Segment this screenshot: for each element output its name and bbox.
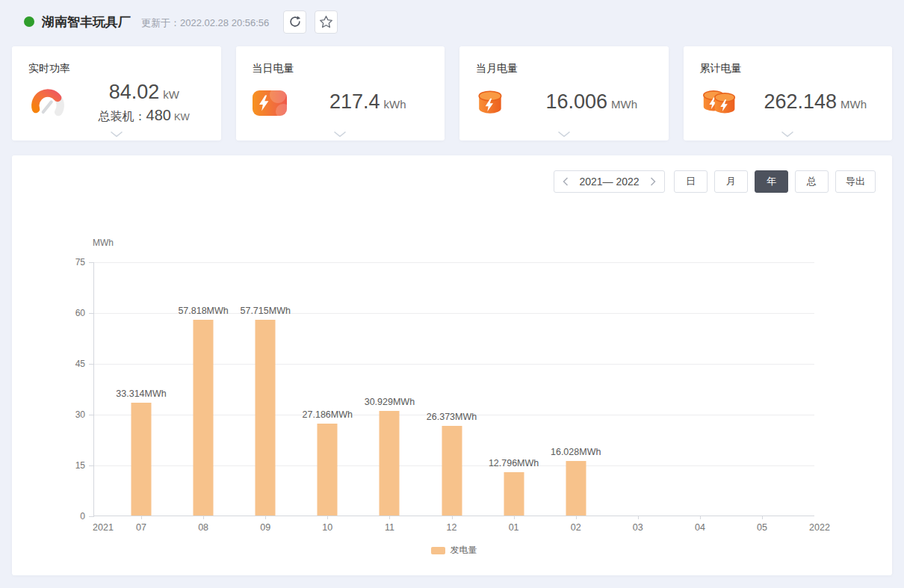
bar-value-label: 57.818MWh [178,306,228,316]
x-tick-label: 07 [136,522,146,533]
status-dot [24,16,34,27]
gauge-icon [27,85,69,121]
chart-toolbar: 2021— 2022 日月年总导出 [554,170,876,193]
tab-total[interactable]: 总 [795,170,829,193]
card-expand-button[interactable] [105,129,128,139]
stat-value: 262.148 [764,90,837,113]
stat-unit: kW [163,88,179,101]
next-range-button[interactable] [650,177,656,186]
legend-marker [431,547,445,554]
x-tick-mark [141,516,142,519]
stat-card-body: 262.148MWh [699,82,884,124]
favorite-button[interactable] [315,10,338,34]
stat-card: 当月电量16.006MWh [459,46,669,140]
y-tick-mark [89,313,94,314]
bar-value-label: 12.796MWh [489,458,539,468]
stat-unit: MWh [611,98,637,111]
x-tick-label: 12 [447,522,457,533]
bolt-pill-icon [251,88,288,118]
chevron-down-icon [333,131,347,137]
installed-capacity-value: 480 [146,107,171,123]
chevron-down-icon [110,131,123,137]
legend[interactable]: 发电量 [93,544,814,557]
bar-chart-plot-area: MWh 015304560752021070809101112010203040… [93,262,814,516]
x-tick-mark [265,516,266,519]
chart-card: 2021— 2022 日月年总导出 MWh 015304560752021070… [12,155,892,575]
date-range-picker[interactable]: 2021— 2022 [554,170,665,193]
stat-value-area: 84.02kW总装机：480KW [76,81,212,126]
stat-value: 217.4 [329,90,380,113]
x-tick-mark [762,516,763,519]
card-expand-button[interactable] [776,129,799,139]
x-tick-label: 04 [695,522,705,533]
x-tick-label: 2021 [93,522,114,533]
stat-value-area: 217.4kWh [300,90,436,116]
tab-month[interactable]: 月 [714,170,748,193]
bar-value-label: 16.028MWh [551,447,601,457]
refresh-button[interactable] [283,10,306,34]
legend-label: 发电量 [451,544,477,557]
x-tick-mark [638,516,639,519]
y-tick-mark [89,364,94,365]
bar[interactable] [566,461,586,516]
bar[interactable] [131,403,152,516]
tab-year[interactable]: 年 [755,170,788,193]
stat-cards-row: 实时功率84.02kW总装机：480KW当日电量217.4kWh当月电量16.0… [12,46,892,140]
installed-capacity-label: 总装机： [99,110,146,123]
y-tick-label: 45 [54,359,85,369]
x-tick-mark [389,516,390,519]
header: 湖南智丰玩具厂 更新于：2022.02.28 20:56:56 [12,9,338,34]
battery-icon [474,88,507,118]
stat-value-area: 262.148MWh [748,90,884,116]
gridline [94,262,814,263]
bar[interactable] [380,411,400,516]
bar-value-label: 26.373MWh [427,412,477,422]
x-tick-label: 05 [757,522,767,533]
stat-value: 16.006 [545,90,607,113]
stat-value: 84.02 [109,81,160,103]
x-tick-mark [203,516,204,519]
x-tick-label: 08 [198,522,208,533]
stat-card-title: 累计电量 [700,62,742,75]
installed-capacity: 总装机：480KW [76,106,212,126]
x-tick-label: 2022 [809,522,830,533]
chevron-down-icon [557,131,571,137]
stat-icon-wrap [251,88,300,118]
y-tick-mark [89,415,94,415]
stat-icon-wrap [474,88,524,118]
stat-card-body: 84.02kW总装机：480KW [27,82,212,124]
y-tick-mark [89,516,94,517]
bar[interactable] [318,424,338,516]
prev-range-button[interactable] [563,177,569,186]
y-tick-label: 30 [54,409,85,420]
bar[interactable] [442,426,462,516]
x-tick-mark [576,516,577,519]
x-tick-label: 10 [322,522,332,533]
y-tick-mark [89,262,94,263]
bar[interactable] [194,320,214,516]
page-title: 湖南智丰玩具厂 [42,13,131,31]
stat-card: 实时功率84.02kW总装机：480KW [12,46,221,140]
stat-card: 当日电量217.4kWh [236,46,445,140]
tab-day[interactable]: 日 [674,170,708,193]
stat-icon-wrap [27,85,76,121]
x-tick-label: 11 [385,522,394,533]
x-tick-label: 09 [260,522,270,533]
y-axis-label: MWh [93,238,114,248]
y-tick-mark [89,465,94,466]
x-tick-mark [700,516,701,519]
stat-card-title: 当日电量 [253,62,294,75]
y-tick-label: 0 [54,511,85,522]
export-button[interactable]: 导出 [835,170,876,193]
y-tick-label: 15 [54,460,85,471]
stat-unit: kWh [384,98,406,111]
stat-card-title: 当月电量 [476,62,518,75]
stat-icon-wrap [699,87,748,119]
refresh-icon [288,15,302,28]
card-expand-button[interactable] [329,129,351,139]
stat-card-body: 16.006MWh [474,82,660,124]
bar[interactable] [504,472,524,516]
star-icon [319,15,333,29]
card-expand-button[interactable] [553,129,575,139]
bar[interactable] [256,320,276,516]
